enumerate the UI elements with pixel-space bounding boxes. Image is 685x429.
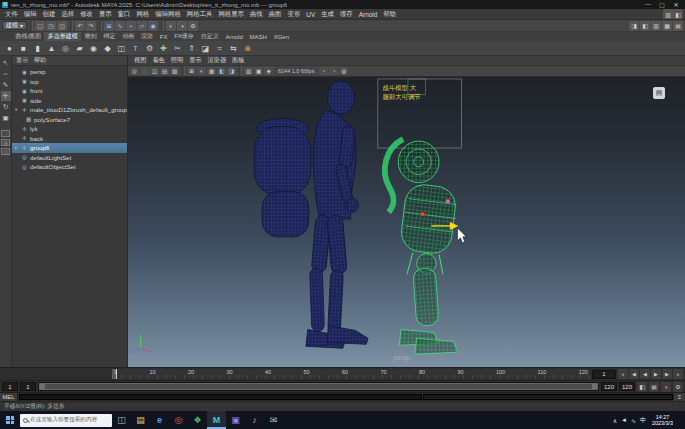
textured-mode-icon[interactable] xyxy=(207,67,216,75)
taskbar-search-box[interactable]: 在这里输入你要搜索的内容 xyxy=(20,414,112,427)
outliner-item-lyk[interactable]: lyk xyxy=(12,124,127,134)
outliner-toggle-icon[interactable] xyxy=(673,21,683,31)
viewport-canvas[interactable]: 战斗模型 大 腿部大可调节 xyxy=(128,77,685,367)
render-settings-icon[interactable] xyxy=(188,21,198,31)
shadows-toggle-icon[interactable] xyxy=(227,67,236,75)
snap-curve-icon[interactable] xyxy=(115,21,125,31)
menu-file[interactable]: 文件 xyxy=(2,10,21,19)
outliner-item-male-group[interactable]: male_tituoD1Zbrush_default_group xyxy=(12,105,127,115)
shelf-tab-mash[interactable]: MASH xyxy=(246,32,270,41)
range-bar[interactable] xyxy=(39,383,598,390)
poly-cone-icon[interactable] xyxy=(45,42,58,55)
channel-box-toggle-icon[interactable] xyxy=(651,21,661,31)
shelf-tab-animation[interactable]: 动画 xyxy=(119,32,138,41)
animation-start-field[interactable]: 1 xyxy=(2,382,18,391)
shaded-mode-icon[interactable] xyxy=(197,67,206,75)
animation-preferences-icon[interactable] xyxy=(673,382,683,392)
shelf-tab-rendering[interactable]: 渲染 xyxy=(138,32,157,41)
poly-cylinder-icon[interactable] xyxy=(31,42,44,55)
menu-surfaces[interactable]: 曲面 xyxy=(266,10,285,19)
field-chart-icon[interactable] xyxy=(264,67,273,75)
lighting-toggle-icon[interactable] xyxy=(217,67,226,75)
current-frame-field[interactable]: 1 xyxy=(592,370,616,379)
render-icon[interactable] xyxy=(166,21,176,31)
mech-leg-model-selected[interactable] xyxy=(385,139,460,354)
auto-keyframe-icon[interactable] xyxy=(661,382,671,392)
snap-grid-icon[interactable] xyxy=(104,21,114,31)
workspace-dock-icon[interactable] xyxy=(673,9,683,19)
poly-type-icon[interactable] xyxy=(129,42,142,55)
menu-curves[interactable]: 曲线 xyxy=(247,10,266,19)
shelf-tab-sculpting[interactable]: 雕刻 xyxy=(81,32,100,41)
panel-menu-shading[interactable]: 着色 xyxy=(149,56,167,65)
two-pane-layout-icon[interactable] xyxy=(1,148,10,155)
poly-pipe-icon[interactable] xyxy=(115,42,128,55)
step-forward-button[interactable] xyxy=(662,369,672,379)
rotate-tool-icon[interactable] xyxy=(1,102,11,112)
file-explorer-icon[interactable] xyxy=(131,411,150,429)
maximize-button[interactable]: ▢ xyxy=(655,1,669,8)
move-tool-icon[interactable] xyxy=(1,91,11,101)
bevel-icon[interactable] xyxy=(199,42,212,55)
menu-display[interactable]: 显示 xyxy=(96,10,115,19)
undo-icon[interactable] xyxy=(75,21,85,31)
select-camera-icon[interactable] xyxy=(130,67,139,75)
wireframe-mode-icon[interactable] xyxy=(187,67,196,75)
snap-plane-icon[interactable] xyxy=(137,21,147,31)
tool-settings-toggle-icon[interactable] xyxy=(640,21,650,31)
menu-edit-mesh[interactable]: 编辑网格 xyxy=(152,10,184,19)
shelf-tab-custom[interactable]: 自定义 xyxy=(197,32,222,41)
outliner-item-group6[interactable]: group6 xyxy=(12,143,127,153)
time-slider-track[interactable]: 1 10 20 30 40 50 60 70 80 90 100 110 120 xyxy=(112,369,590,379)
menu-create[interactable]: 创建 xyxy=(40,10,59,19)
mail-app-icon[interactable] xyxy=(264,411,283,429)
menu-windows[interactable]: 窗口 xyxy=(115,10,134,19)
range-start-handle[interactable] xyxy=(40,384,45,389)
shelf-tab-fx-caching[interactable]: FX缓存 xyxy=(171,32,197,41)
menu-arnold[interactable]: Arnold xyxy=(356,11,380,18)
panel-menu-lighting[interactable]: 照明 xyxy=(168,56,186,65)
outliner-item-defaultlightset[interactable]: defaultLightSet xyxy=(12,153,127,163)
menu-deform[interactable]: 变形 xyxy=(285,10,304,19)
playback-start-field[interactable]: 1 xyxy=(20,382,36,391)
panel-menu-view[interactable]: 视图 xyxy=(131,56,149,65)
outliner-item-polysurface7[interactable]: polySurface7 xyxy=(12,115,127,125)
new-scene-icon[interactable] xyxy=(35,21,45,31)
minimize-button[interactable]: — xyxy=(641,1,655,8)
close-button[interactable]: ✕ xyxy=(669,1,683,8)
task-view-icon[interactable] xyxy=(112,411,131,429)
play-backwards-button[interactable] xyxy=(640,369,650,379)
shelf-tab-xgen[interactable]: XGen xyxy=(270,32,292,41)
go-to-start-button[interactable] xyxy=(618,369,628,379)
combine-icon[interactable] xyxy=(241,42,254,55)
menu-modify[interactable]: 修改 xyxy=(77,10,96,19)
multi-cut-icon[interactable] xyxy=(171,42,184,55)
outliner-item-persp[interactable]: persp xyxy=(12,67,127,77)
character-set-icon[interactable] xyxy=(637,382,647,392)
attribute-editor-toggle-icon[interactable] xyxy=(629,21,639,31)
range-slider-track[interactable] xyxy=(38,382,599,391)
menu-mesh-display[interactable]: 网格显示 xyxy=(215,10,247,19)
step-back-button[interactable] xyxy=(629,369,639,379)
menu-edit[interactable]: 编辑 xyxy=(21,10,40,19)
poly-torus-icon[interactable] xyxy=(59,42,72,55)
wechat-icon[interactable] xyxy=(188,411,207,429)
panel-menu-renderer[interactable]: 渲染器 xyxy=(205,56,230,65)
shelf-tab-rigging[interactable]: 绑定 xyxy=(100,32,119,41)
script-editor-icon[interactable] xyxy=(674,393,685,401)
snap-point-icon[interactable] xyxy=(126,21,136,31)
gate-mask-icon[interactable] xyxy=(254,67,263,75)
in-view-editor-icon[interactable] xyxy=(653,87,665,99)
outliner-menu-display[interactable]: 显示 xyxy=(16,56,28,65)
poly-disc-icon[interactable] xyxy=(87,42,100,55)
menu-uv[interactable]: UV xyxy=(303,11,318,18)
mirror-icon[interactable] xyxy=(227,42,240,55)
range-end-handle[interactable] xyxy=(592,384,597,389)
poly-plane-icon[interactable] xyxy=(73,42,86,55)
workspace-selector-icon[interactable] xyxy=(663,9,673,19)
anim-layer-icon[interactable] xyxy=(649,382,659,392)
play-forward-button[interactable] xyxy=(651,369,661,379)
edge-browser-icon[interactable] xyxy=(150,411,169,429)
tray-expand-icon[interactable] xyxy=(613,417,617,424)
xray-icon[interactable] xyxy=(329,67,338,75)
